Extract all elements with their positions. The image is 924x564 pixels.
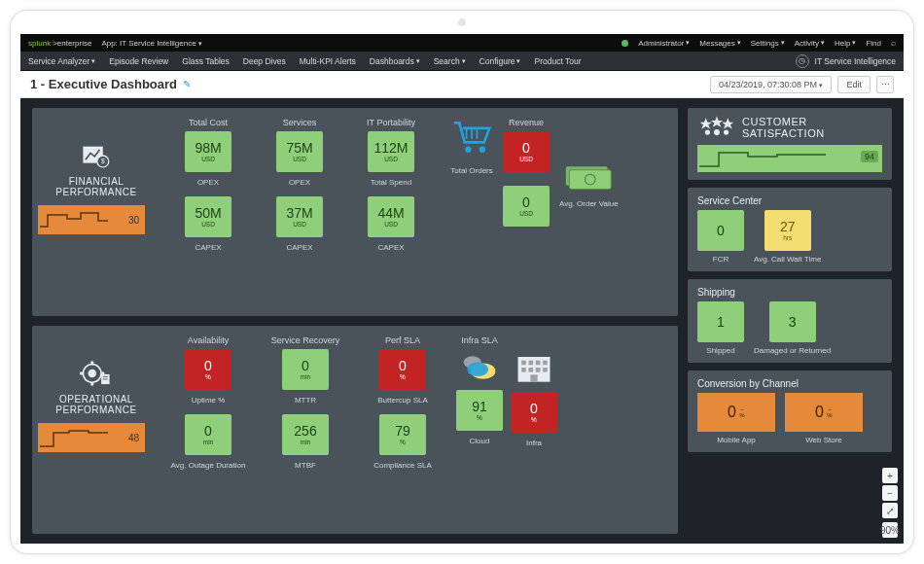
customer-sat-panel: CUSTOMER SATISFACTION 94 <box>688 108 892 180</box>
svg-rect-32 <box>530 374 537 381</box>
kpi-tile-avg-order[interactable]: 0USD <box>503 186 550 227</box>
svg-point-37 <box>714 129 720 135</box>
settings-menu[interactable]: Settings ▾ <box>751 39 785 48</box>
nav-episode-review[interactable]: Episode Review <box>109 56 168 66</box>
caret-down-icon: ▾ <box>462 57 466 65</box>
kpi-tile[interactable]: 75MUSD <box>276 131 323 172</box>
financial-icon: $ <box>38 141 155 170</box>
page-title: 1 - Executive Dashboard <box>30 77 177 91</box>
dashboard-canvas: $ FINANCIAL PERFORMANCE 30 <box>20 98 904 544</box>
conversion-panel: Conversion by Channel 0 →% Mobile App <box>688 370 892 452</box>
kpi-col: Service Recovery 0min MTTR 256min MTBF <box>262 335 349 476</box>
admin-menu[interactable]: Administrator ▾ <box>638 39 690 48</box>
kpi-tile[interactable]: 50MUSD <box>185 196 231 237</box>
zoom-out-button[interactable]: − <box>882 485 898 501</box>
financial-title: FINANCIAL PERFORMANCE <box>38 176 155 197</box>
caret-down-icon: ▾ <box>819 82 823 88</box>
zoom-controls: + − ⤢ 90% <box>882 468 898 538</box>
app-title: IT Service Intelligence <box>815 56 896 66</box>
svg-point-38 <box>724 130 729 135</box>
trend-icon: →% <box>827 406 833 419</box>
svg-point-13 <box>90 361 93 364</box>
app-nav: Service Analyzer▾ Episode Review Glass T… <box>20 52 904 71</box>
brand-sub: >enterprise <box>53 39 91 48</box>
messages-menu[interactable]: Messages ▾ <box>699 39 740 48</box>
help-menu[interactable]: Help ▾ <box>835 39 856 48</box>
zoom-reset-button[interactable]: ⤢ <box>882 503 898 518</box>
search-icon[interactable]: ⌕ <box>891 38 896 48</box>
edit-title-icon[interactable]: ✎ <box>183 79 191 89</box>
kpi-tile[interactable]: 37MUSD <box>276 196 323 237</box>
kpi-tile[interactable]: 44MUSD <box>368 196 414 237</box>
svg-marker-34 <box>711 117 723 127</box>
kpi-tile-shipped[interactable]: 1 <box>697 301 744 342</box>
operational-title: OPERATIONAL PERFORMANCE <box>38 394 155 415</box>
building-icon <box>513 349 555 390</box>
kpi-tile[interactable]: 0% <box>379 349 426 390</box>
svg-rect-24 <box>521 361 526 366</box>
svg-rect-31 <box>543 368 548 372</box>
svg-point-22 <box>467 363 488 377</box>
nav-service-analyzer[interactable]: Service Analyzer▾ <box>28 56 95 66</box>
svg-point-15 <box>80 371 83 374</box>
nav-dashboards[interactable]: Dashboards▾ <box>370 56 420 66</box>
nav-glass-tables[interactable]: Glass Tables <box>182 56 230 66</box>
svg-rect-9 <box>570 170 612 190</box>
activity-menu[interactable]: Activity ▾ <box>795 39 825 48</box>
brand[interactable]: splunk>enterprise <box>28 39 91 48</box>
caret-down-icon: ▾ <box>416 57 420 65</box>
cloud-icon <box>460 351 499 388</box>
svg-point-4 <box>480 147 485 153</box>
financial-sparkline[interactable]: 30 <box>38 205 145 234</box>
nav-multi-kpi-alerts[interactable]: Multi-KPI Alerts <box>300 56 356 66</box>
kpi-tile[interactable]: 256min <box>282 414 329 455</box>
kpi-tile-cloud[interactable]: 91% <box>456 390 503 431</box>
nav-deep-dives[interactable]: Deep Dives <box>243 56 286 66</box>
kpi-tile[interactable]: 98MUSD <box>185 131 231 172</box>
zoom-in-button[interactable]: + <box>882 468 898 483</box>
kpi-tile-mobile[interactable]: 0 →% <box>697 393 775 432</box>
operational-sparkline[interactable]: 48 <box>38 423 145 452</box>
nav-configure[interactable]: Configure▾ <box>480 56 521 66</box>
svg-rect-27 <box>543 361 548 366</box>
svg-text:$: $ <box>101 159 105 165</box>
svg-rect-25 <box>529 361 534 366</box>
caret-down-icon: ▾ <box>516 57 520 65</box>
kpi-col: IT Portability 112MUSD Total Spend 44MUS… <box>353 118 429 258</box>
find-link[interactable]: Find <box>866 39 881 48</box>
nav-product-tour[interactable]: Product Tour <box>534 56 581 66</box>
service-center-panel: Service Center 0 FCR 27hrs Avg. Call Wai… <box>688 188 892 271</box>
kpi-tile[interactable]: 0% <box>185 349 231 390</box>
kpi-tile[interactable]: 0min <box>185 414 231 455</box>
app-switcher[interactable]: App: IT Service Intelligence ▾ <box>101 39 201 48</box>
edit-button[interactable]: Edit <box>837 76 871 93</box>
operational-icon <box>38 359 155 388</box>
svg-point-36 <box>705 130 710 135</box>
cust-sparkline[interactable]: 94 <box>697 145 882 172</box>
nav-search[interactable]: Search▾ <box>434 56 466 66</box>
kpi-col: Total Cost 98MUSD OPEX 50MUSD CAPEX <box>170 118 246 258</box>
kpi-tile-infra[interactable]: 0% <box>511 392 557 433</box>
money-icon <box>564 162 613 194</box>
kpi-col: Availability 0% Uptime % 0min Avg. Outag… <box>170 335 246 476</box>
infra-label: Infra SLA <box>461 335 498 345</box>
kpi-tile-returned[interactable]: 3 <box>769 301 816 342</box>
kpi-tile-orders[interactable]: 0USD <box>503 131 550 172</box>
caret-down-icon: ▾ <box>686 39 690 47</box>
more-button[interactable]: ⋯ <box>876 76 894 93</box>
kpi-tile[interactable]: 0min <box>282 349 329 390</box>
kpi-tile[interactable]: 112MUSD <box>368 131 414 172</box>
caret-down-icon: ▾ <box>852 39 856 47</box>
brand-main: splunk <box>28 39 51 48</box>
title-bar: 1 - Executive Dashboard ✎ 04/23/2019, 07… <box>20 71 904 98</box>
kpi-tile[interactable]: 79% <box>379 414 426 455</box>
svg-marker-33 <box>700 118 712 128</box>
kpi-tile-fcr[interactable]: 0 <box>697 210 744 251</box>
kpi-tile-wait[interactable]: 27hrs <box>764 210 811 251</box>
people-stars-icon <box>697 116 736 139</box>
svg-rect-28 <box>521 368 526 372</box>
time-range-picker[interactable]: 04/23/2019, 07:30:08 PM ▾ <box>710 76 833 93</box>
kpi-tile-web[interactable]: 0 →% <box>785 393 863 432</box>
svg-rect-30 <box>536 368 541 372</box>
kpi-col: Perf SLA 0% Buttercup SLA 79% Compliance… <box>365 335 441 476</box>
